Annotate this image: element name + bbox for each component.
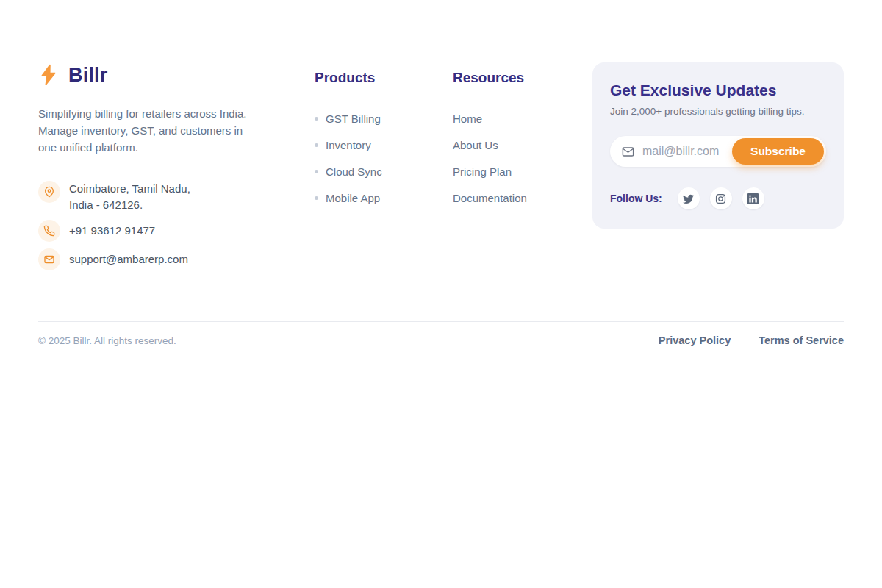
products-column: Products GST Billing Inventory Cloud Syn… [315, 62, 425, 217]
link-label: About Us [453, 139, 498, 151]
newsletter-card: Get Exclusive Updates Join 2,000+ profes… [592, 62, 844, 229]
tagline-line: Simplifying billing for retailers across… [38, 105, 287, 122]
instagram-icon [715, 193, 726, 204]
follow-label: Follow Us: [610, 193, 662, 204]
footer-bottom-bar: © 2025 Billr. All rights reserved. Priva… [38, 321, 844, 362]
link-cloud-sync[interactable]: Cloud Sync [315, 164, 425, 179]
link-label: Inventory [326, 139, 371, 151]
resources-heading: Resources [453, 70, 556, 86]
resources-links: Home About Us Pricing Plan Documentation [453, 111, 556, 205]
link-label: Cloud Sync [326, 165, 382, 178]
contact-phone-text: +91 93612 91477 [69, 223, 155, 239]
contact-email[interactable]: support@ambarerp.com [38, 248, 287, 270]
subscribe-button[interactable]: Subscribe [732, 138, 824, 165]
contact-address: Coimbatore, Tamil Nadu, India - 642126. [38, 181, 287, 213]
bullet-dot [315, 117, 318, 121]
address-line: Coimbatore, Tamil Nadu, [69, 181, 190, 197]
link-home[interactable]: Home [453, 111, 556, 126]
link-label: GST Billing [326, 112, 381, 125]
copyright-text: © 2025 Billr. All rights reserved. [38, 335, 176, 346]
link-label: Home [453, 112, 482, 125]
phone-icon [38, 220, 60, 242]
email-input-group: Subscribe [610, 136, 826, 167]
brand-tagline: Simplifying billing for retailers across… [38, 105, 287, 156]
twitter-button[interactable] [678, 187, 700, 209]
instagram-button[interactable] [710, 187, 732, 209]
contact-list: Coimbatore, Tamil Nadu, India - 642126. … [38, 181, 287, 270]
email-input[interactable] [642, 145, 745, 158]
link-label: Documentation [453, 192, 527, 204]
link-label: Pricing Plan [453, 165, 512, 178]
link-label: Mobile App [326, 192, 380, 204]
terms-of-service-link[interactable]: Terms of Service [759, 334, 844, 346]
products-links: GST Billing Inventory Cloud Sync Mobile … [315, 111, 425, 205]
newsletter-title: Get Exclusive Updates [610, 82, 826, 99]
bullet-dot [315, 143, 318, 147]
tagline-line: one unified platform. [38, 139, 287, 156]
legal-links: Privacy Policy Terms of Service [659, 334, 844, 346]
brand-logo[interactable]: Billr [38, 62, 287, 87]
address-line: India - 642126. [69, 197, 190, 213]
link-mobile-app[interactable]: Mobile App [315, 190, 425, 205]
link-pricing-plan[interactable]: Pricing Plan [453, 164, 556, 179]
map-pin-icon [38, 181, 60, 203]
follow-row: Follow Us: [610, 187, 826, 209]
mail-icon [38, 248, 60, 270]
link-about-us[interactable]: About Us [453, 137, 556, 152]
bullet-dot [315, 170, 318, 173]
mail-icon [621, 145, 635, 159]
resources-column: Resources Home About Us Pricing Plan Doc… [453, 62, 556, 217]
privacy-policy-link[interactable]: Privacy Policy [659, 334, 731, 346]
linkedin-icon [747, 193, 759, 204]
page-footer: Billr Simplifying billing for retailers … [22, 15, 860, 362]
linkedin-button[interactable] [742, 187, 764, 209]
brand-column: Billr Simplifying billing for retailers … [38, 62, 287, 277]
bullet-dot [315, 196, 318, 200]
link-gst-billing[interactable]: GST Billing [315, 111, 425, 126]
contact-phone[interactable]: +91 93612 91477 [38, 220, 287, 242]
link-inventory[interactable]: Inventory [315, 137, 425, 152]
newsletter-subtitle: Join 2,000+ professionals getting billin… [610, 106, 826, 117]
lightning-bolt-icon [38, 64, 59, 86]
tagline-line: Manage inventory, GST, and customers in [38, 122, 287, 139]
twitter-icon [683, 193, 694, 204]
contact-email-text: support@ambarerp.com [69, 251, 188, 268]
link-documentation[interactable]: Documentation [453, 190, 556, 205]
contact-address-text: Coimbatore, Tamil Nadu, India - 642126. [69, 181, 190, 213]
products-heading: Products [315, 70, 425, 86]
brand-name: Billr [68, 64, 108, 87]
